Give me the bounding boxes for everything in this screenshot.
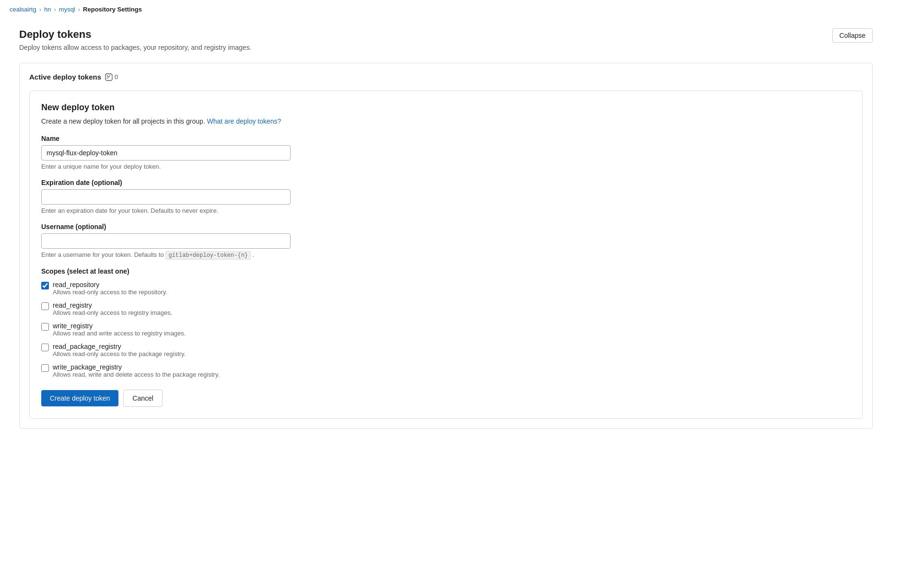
write-registry-name: write_registry	[53, 322, 186, 330]
active-tokens-label: Active deploy tokens	[29, 73, 101, 81]
breadcrumb-hn[interactable]: hn	[44, 6, 51, 13]
write-package-registry-checkbox[interactable]	[41, 364, 49, 372]
scope-read-repository: read_repository Allows read-only access …	[41, 281, 851, 296]
page-header-text: Deploy tokens Deploy tokens allow access…	[19, 28, 252, 51]
username-input[interactable]	[41, 233, 291, 249]
write-registry-desc: Allows read and write access to registry…	[53, 330, 186, 337]
username-label: Username (optional)	[41, 223, 851, 231]
breadcrumb-mysql[interactable]: mysql	[59, 6, 75, 13]
write-package-registry-desc: Allows read, write and delete access to …	[53, 371, 220, 378]
read-registry-checkbox[interactable]	[41, 302, 49, 310]
page-title: Deploy tokens	[19, 28, 252, 41]
username-hint-suffix: .	[253, 251, 255, 258]
read-registry-desc: Allows read-only access to registry imag…	[53, 309, 172, 316]
breadcrumb-current: Repository Settings	[83, 6, 142, 13]
page-subtitle: Deploy tokens allow access to packages, …	[19, 44, 252, 51]
username-hint-prefix: Enter a username for your token. Default…	[41, 251, 164, 258]
cancel-button[interactable]: Cancel	[123, 390, 163, 407]
create-deploy-token-button[interactable]: Create deploy token	[41, 390, 118, 406]
scope-read-registry: read_registry Allows read-only access to…	[41, 301, 851, 316]
read-package-registry-label: read_package_registry Allows read-only a…	[53, 343, 186, 357]
scope-write-package-registry: write_package_registry Allows read, writ…	[41, 363, 851, 378]
new-deploy-token-card: New deploy token Create a new deploy tok…	[29, 91, 863, 419]
write-registry-checkbox[interactable]	[41, 323, 49, 331]
read-repository-label: read_repository Allows read-only access …	[53, 281, 167, 296]
read-repository-desc: Allows read-only access to the repositor…	[53, 288, 167, 296]
token-count-icon: 0	[105, 73, 118, 81]
name-field-group: Name Enter a unique name for your deploy…	[41, 135, 851, 170]
write-registry-label: write_registry Allows read and write acc…	[53, 322, 186, 337]
read-package-registry-name: read_package_registry	[53, 343, 186, 350]
token-count: 0	[115, 73, 118, 81]
collapse-button[interactable]: Collapse	[832, 28, 873, 43]
active-tokens-header: Active deploy tokens 0	[29, 73, 863, 81]
breadcrumb: cealsairtg › hn › mysql › Repository Set…	[0, 0, 911, 19]
read-repository-name: read_repository	[53, 281, 167, 288]
main-content: Deploy tokens Deploy tokens allow access…	[0, 19, 892, 448]
write-package-registry-name: write_package_registry	[53, 363, 220, 371]
what-are-deploy-tokens-link[interactable]: What are deploy tokens?	[207, 117, 281, 125]
page-header: Deploy tokens Deploy tokens allow access…	[19, 28, 873, 51]
expiration-input[interactable]	[41, 189, 291, 205]
scope-read-package-registry: read_package_registry Allows read-only a…	[41, 343, 851, 357]
read-repository-checkbox[interactable]	[41, 282, 49, 289]
read-registry-label: read_registry Allows read-only access to…	[53, 301, 172, 316]
outer-card: Active deploy tokens 0 New deploy token …	[19, 63, 873, 429]
breadcrumb-sep-2: ›	[54, 6, 56, 13]
breadcrumb-cealsairtg[interactable]: cealsairtg	[10, 6, 36, 13]
read-registry-name: read_registry	[53, 301, 172, 309]
name-hint: Enter a unique name for your deploy toke…	[41, 163, 851, 170]
svg-point-1	[107, 75, 108, 76]
expiration-field-group: Expiration date (optional) Enter an expi…	[41, 179, 851, 214]
breadcrumb-sep-1: ›	[39, 6, 41, 13]
username-hint-code: gitlab+deploy-token-{n}	[165, 251, 251, 260]
breadcrumb-sep-3: ›	[78, 6, 80, 13]
form-description: Create a new deploy token for all projec…	[41, 117, 851, 125]
scopes-label: Scopes (select at least one)	[41, 267, 851, 275]
username-hint: Enter a username for your token. Default…	[41, 251, 851, 259]
username-field-group: Username (optional) Enter a username for…	[41, 223, 851, 259]
svg-rect-0	[105, 74, 112, 81]
tag-icon	[105, 73, 113, 81]
expiration-hint: Enter an expiration date for your token.…	[41, 207, 851, 214]
scope-write-registry: write_registry Allows read and write acc…	[41, 322, 851, 337]
form-title: New deploy token	[41, 103, 851, 113]
scopes-group: Scopes (select at least one) read_reposi…	[41, 267, 851, 378]
name-label: Name	[41, 135, 851, 142]
form-description-text: Create a new deploy token for all projec…	[41, 117, 205, 125]
read-package-registry-desc: Allows read-only access to the package r…	[53, 350, 186, 357]
name-input[interactable]	[41, 145, 291, 161]
read-package-registry-checkbox[interactable]	[41, 344, 49, 351]
form-actions: Create deploy token Cancel	[41, 390, 851, 407]
expiration-label: Expiration date (optional)	[41, 179, 851, 186]
write-package-registry-label: write_package_registry Allows read, writ…	[53, 363, 220, 378]
